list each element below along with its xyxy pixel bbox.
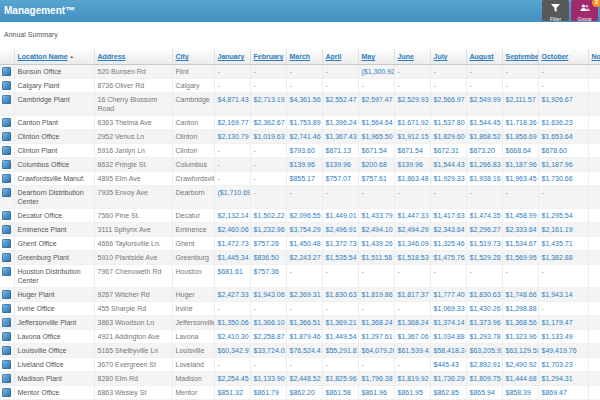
address-cell: 3111 Sphynx Ave: [94, 223, 172, 237]
month-value-cell: $861.96: [358, 386, 394, 400]
month-value-cell: -: [466, 265, 502, 288]
report-chart-icon[interactable]: [2, 225, 11, 234]
month-value-cell: [588, 116, 600, 130]
report-chart-icon[interactable]: [2, 388, 11, 397]
month-value-cell: $1,444.68: [502, 372, 538, 386]
row-icon-cell: [0, 209, 14, 223]
column-header-september[interactable]: September: [502, 49, 538, 65]
report-chart-icon[interactable]: [2, 318, 11, 327]
month-value-cell: $139.96: [394, 158, 430, 172]
month-value-cell: [588, 302, 600, 316]
report-chart-icon[interactable]: [2, 95, 11, 104]
column-header-february[interactable]: February: [250, 49, 286, 65]
column-header-april[interactable]: April: [322, 49, 358, 65]
month-value-cell: $1,544.43: [430, 158, 466, 172]
report-chart-icon[interactable]: [2, 239, 11, 248]
report-chart-icon[interactable]: [2, 253, 11, 262]
column-header-july[interactable]: July: [430, 49, 466, 65]
report-chart-icon[interactable]: [2, 118, 11, 127]
column-header-location-name[interactable]: Location Name▲: [14, 49, 94, 65]
month-value-cell: $64,079.26: [358, 344, 394, 358]
month-value-cell: -: [358, 302, 394, 316]
table-row: Houston Distribution Center7967 Chenowet…: [0, 265, 600, 288]
month-value-cell: $63,129.58: [502, 344, 538, 358]
month-value-cell: -: [430, 65, 466, 79]
report-chart-icon[interactable]: [2, 290, 11, 299]
month-value-cell: $49,419.76: [538, 344, 588, 358]
city-cell: Decatur: [172, 209, 214, 223]
location-name-cell: Greenburg Plant: [14, 251, 94, 265]
report-chart-icon[interactable]: [2, 267, 11, 276]
address-cell: 5910 Plantside Ave: [94, 251, 172, 265]
month-value-cell: $2,892.91: [466, 358, 502, 372]
column-header-august[interactable]: August: [466, 49, 502, 65]
month-value-cell: $1,373.96: [466, 316, 502, 330]
month-value-cell: $1,187.96: [502, 158, 538, 172]
month-value-cell: [588, 251, 600, 265]
column-header-november[interactable]: November: [588, 49, 600, 65]
column-header-january[interactable]: January: [214, 49, 250, 65]
month-value-cell: $757.36: [250, 265, 286, 288]
filter-button[interactable]: Filter: [542, 0, 569, 21]
report-chart-icon[interactable]: [2, 304, 11, 313]
city-cell: Greenburg: [172, 251, 214, 265]
month-value-cell: $1,323.96: [502, 330, 538, 344]
report-chart-icon[interactable]: [2, 332, 11, 341]
month-value-cell: -: [502, 79, 538, 93]
report-chart-icon[interactable]: [2, 146, 11, 155]
month-value-cell: $1,293.78: [466, 330, 502, 344]
row-icon-cell: [0, 79, 14, 93]
row-icon-cell: [0, 316, 14, 330]
month-value-cell: -: [286, 302, 322, 316]
month-value-cell: $851.32: [214, 386, 250, 400]
group-button[interactable]: 2 Group: [571, 0, 598, 21]
column-header-may[interactable]: May: [358, 49, 394, 65]
row-icon-cell: [0, 116, 14, 130]
report-chart-icon[interactable]: [2, 211, 11, 220]
column-header-city[interactable]: City: [172, 49, 214, 65]
annual-summary-table-viewport: Location Name▲AddressCityJanuaryFebruary…: [0, 49, 600, 400]
month-value-cell: $1,830.63: [466, 288, 502, 302]
column-header-october[interactable]: October: [538, 49, 588, 65]
city-cell: Clinton: [172, 144, 214, 158]
column-header-march[interactable]: March: [286, 49, 322, 65]
location-name-cell: Crawfordsville Manuf.: [14, 172, 94, 186]
column-header-label: October: [542, 53, 569, 60]
month-value-cell: $2,552.47: [322, 93, 358, 116]
column-header-june[interactable]: June: [394, 49, 430, 65]
report-chart-icon[interactable]: [2, 132, 11, 141]
address-cell: 5916 Janlyn Ln: [94, 144, 172, 158]
location-name-cell: Ghent Office: [14, 237, 94, 251]
month-value-cell: $1,450.48: [286, 237, 322, 251]
column-header-label: March: [290, 53, 311, 60]
report-chart-icon[interactable]: [2, 174, 11, 183]
month-value-cell: $1,396.24: [322, 116, 358, 130]
month-value-cell: -: [466, 65, 502, 79]
table-row: Huger Plant9267 Witcher RdHuger$2,427.33…: [0, 288, 600, 302]
month-value-cell: -: [394, 79, 430, 93]
month-value-cell: [588, 158, 600, 172]
column-header-address[interactable]: Address: [94, 49, 172, 65]
report-chart-icon[interactable]: [2, 81, 11, 90]
month-value-cell: $2,566.97: [430, 93, 466, 116]
address-cell: 6863 Wesley St: [94, 386, 172, 400]
table-row: Decatur Office7560 Pine St.Decatur$2,132…: [0, 209, 600, 223]
report-chart-icon[interactable]: [2, 160, 11, 169]
table-row: Greenburg Plant5910 Plantside AveGreenbu…: [0, 251, 600, 265]
address-cell: 9267 Witcher Rd: [94, 288, 172, 302]
month-value-cell: $2,713.19: [250, 93, 286, 116]
month-value-cell: $2,258.87: [250, 330, 286, 344]
month-value-cell: ($1,300.92): [358, 65, 394, 79]
report-chart-icon[interactable]: [2, 346, 11, 355]
report-chart-icon[interactable]: [2, 360, 11, 369]
column-header-label: September: [506, 53, 539, 60]
report-chart-icon[interactable]: [2, 67, 11, 76]
month-value-cell: $2,597.47: [358, 93, 394, 116]
month-value-cell: $33,724.01: [250, 344, 286, 358]
month-value-cell: -: [394, 302, 430, 316]
report-chart-icon[interactable]: [2, 188, 11, 197]
month-value-cell: $1,671.92: [394, 116, 430, 130]
report-chart-icon[interactable]: [2, 374, 11, 383]
annual-summary-table: Location Name▲AddressCityJanuaryFebruary…: [0, 49, 600, 400]
month-value-cell: $1,718.36: [502, 116, 538, 130]
